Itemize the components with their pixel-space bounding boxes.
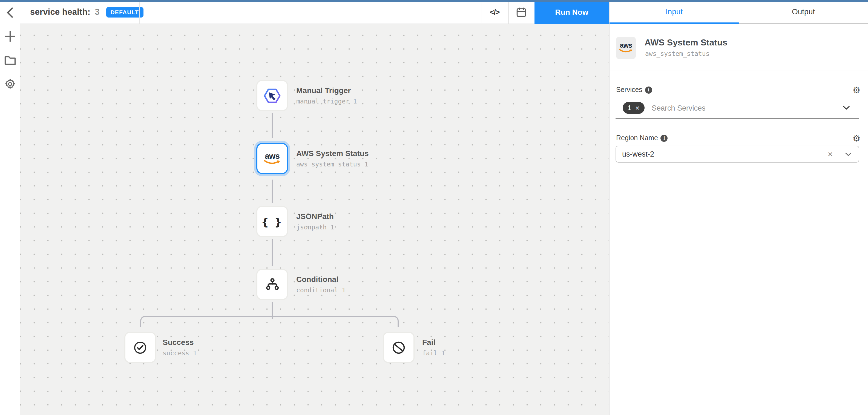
- node-jsonpath[interactable]: { }: [256, 206, 288, 237]
- app-window: Manual Trigger manual_trigger_1 aws AWS …: [0, 0, 868, 415]
- header-divider: [139, 0, 140, 24]
- node-label: Conditional: [296, 275, 338, 284]
- node-sublabel: manual_trigger_1: [296, 97, 357, 105]
- node-conditional[interactable]: [256, 269, 288, 300]
- node-label: Success: [163, 338, 194, 347]
- region-value-input[interactable]: [622, 150, 828, 158]
- block-icon: [392, 340, 406, 354]
- tab-input[interactable]: Input: [610, 0, 739, 23]
- aws-logo-icon: aws: [264, 152, 281, 165]
- node-label: AWS System Status: [296, 149, 369, 158]
- region-chevron-down-icon[interactable]: [845, 152, 851, 156]
- services-select-underline: [616, 118, 859, 119]
- node-label: Fail: [422, 338, 435, 347]
- services-label: Services i: [616, 86, 652, 94]
- back-chevron-icon: [6, 7, 14, 19]
- services-settings-gear-icon[interactable]: ⚙: [851, 86, 861, 95]
- info-icon[interactable]: i: [661, 134, 668, 141]
- io-tabs: Input Output: [610, 0, 868, 24]
- connector-line: [271, 113, 273, 138]
- node-sublabel: fail_1: [422, 349, 445, 357]
- settings-button[interactable]: [0, 74, 20, 93]
- services-chevron-down-icon[interactable]: [843, 106, 850, 110]
- schedule-button[interactable]: [508, 0, 534, 24]
- node-sublabel: conditional_1: [296, 286, 346, 294]
- cursor-hexagon-icon: [262, 87, 282, 104]
- check-circle-icon: [133, 340, 147, 354]
- node-sublabel: aws_system_status_1: [296, 160, 368, 168]
- region-label: Region Name i: [616, 134, 668, 142]
- node-success[interactable]: [124, 332, 156, 363]
- calendar-icon: [516, 6, 527, 17]
- divider: [610, 71, 868, 71]
- gear-icon: [4, 78, 16, 90]
- aws-logo-text: aws: [620, 42, 632, 49]
- services-label-text: Services: [616, 86, 642, 94]
- braces-icon: { }: [261, 216, 283, 227]
- node-sublabel: jsonpath_1: [296, 223, 334, 231]
- region-settings-gear-icon[interactable]: ⚙: [851, 134, 861, 143]
- chip-close-icon[interactable]: ✕: [635, 105, 640, 111]
- chip-count: 1: [628, 104, 631, 112]
- panel-node-title: AWS System Status: [645, 38, 727, 47]
- info-icon[interactable]: i: [645, 86, 652, 93]
- back-button[interactable]: [0, 3, 20, 22]
- plus-icon: [4, 30, 16, 42]
- services-search-input[interactable]: Search Services: [652, 104, 706, 112]
- node-label: JSONPath: [296, 212, 334, 221]
- node-sublabel: success_1: [163, 349, 197, 357]
- tab-output[interactable]: Output: [739, 0, 868, 23]
- node-icon-tile: aws: [616, 37, 636, 59]
- connector-line: [271, 239, 273, 266]
- header-bar: service health: 3 DEFAULT </> Run Now: [20, 0, 609, 24]
- connector-line: [271, 180, 273, 203]
- playbook-title: service health:: [30, 7, 90, 17]
- add-button[interactable]: [0, 27, 20, 45]
- panel-node-sublabel: aws_system_status: [645, 50, 709, 58]
- default-badge: DEFAULT: [106, 7, 143, 17]
- node-config-panel: Input Output aws AWS System Status aws_s…: [609, 0, 868, 415]
- branch-bracket: [140, 316, 399, 327]
- node-manual-trigger[interactable]: [256, 80, 288, 111]
- aws-logo-text: aws: [265, 152, 280, 160]
- region-select[interactable]: ✕: [616, 146, 859, 163]
- code-view-button[interactable]: </>: [481, 0, 508, 24]
- left-toolbar: [0, 0, 20, 415]
- folder-icon: [4, 56, 16, 65]
- node-label: Manual Trigger: [296, 86, 351, 95]
- playbook-version: 3: [95, 7, 99, 17]
- run-now-button[interactable]: Run Now: [534, 0, 609, 24]
- aws-logo-icon: aws: [619, 42, 633, 54]
- region-label-text: Region Name: [616, 134, 658, 142]
- region-clear-icon[interactable]: ✕: [828, 150, 833, 158]
- branch-icon: [265, 277, 280, 291]
- node-fail[interactable]: [383, 332, 414, 363]
- projects-button[interactable]: [0, 51, 20, 69]
- node-aws-system-status[interactable]: aws: [256, 143, 288, 174]
- top-accent-strip: [0, 0, 868, 1]
- services-count-chip[interactable]: 1 ✕: [623, 102, 645, 114]
- code-icon: </>: [490, 7, 499, 16]
